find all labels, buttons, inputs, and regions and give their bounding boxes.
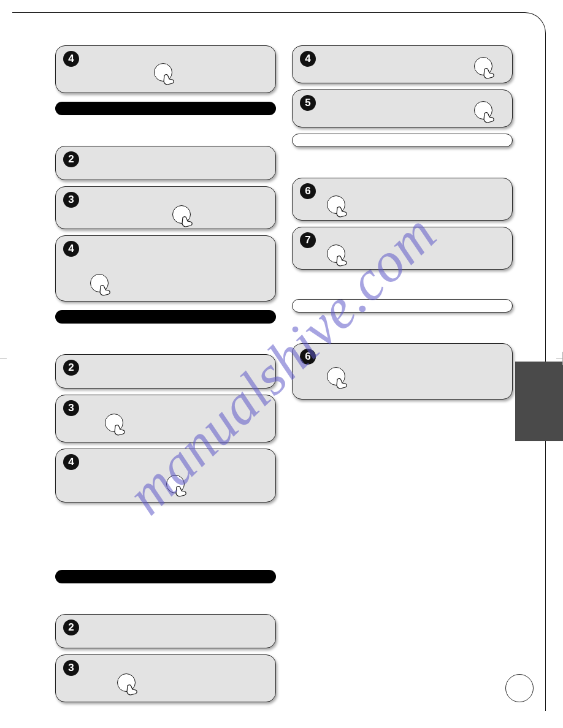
section-heading-bar bbox=[55, 102, 276, 115]
spacer bbox=[55, 509, 276, 567]
step-box: 4 bbox=[292, 45, 513, 83]
crop-mark-right bbox=[556, 352, 563, 365]
press-button-icon bbox=[327, 195, 345, 214]
press-button-icon bbox=[172, 205, 191, 224]
step-number-badge: 4 bbox=[63, 454, 79, 470]
spacer bbox=[292, 154, 513, 178]
content: 4 23 4 23 4 23 4 5 6 7 6 bbox=[55, 45, 521, 708]
step-number-badge: 3 bbox=[63, 400, 79, 416]
press-button-icon bbox=[474, 57, 492, 75]
step-box: 2 bbox=[55, 354, 276, 389]
step-number-badge: 2 bbox=[63, 360, 79, 376]
step-number-badge: 4 bbox=[300, 51, 316, 67]
step-number-badge: 5 bbox=[300, 95, 316, 111]
step-box: 7 bbox=[292, 227, 513, 270]
section-note-bar bbox=[292, 134, 513, 147]
step-number-badge: 6 bbox=[300, 349, 316, 365]
step-number-badge: 2 bbox=[63, 151, 79, 167]
spacer bbox=[55, 591, 276, 614]
press-button-icon bbox=[474, 101, 492, 119]
step-number-badge: 6 bbox=[300, 183, 316, 199]
step-number-badge: 2 bbox=[63, 620, 79, 635]
step-box: 2 bbox=[55, 146, 276, 180]
side-tab bbox=[515, 362, 563, 441]
spacer bbox=[55, 123, 276, 146]
crop-mark-left bbox=[0, 352, 7, 365]
left-column: 4 23 4 23 4 23 bbox=[55, 45, 276, 708]
step-box: 6 bbox=[292, 178, 513, 221]
step-box: 4 bbox=[55, 449, 276, 502]
step-number-badge: 3 bbox=[63, 660, 79, 676]
press-button-icon bbox=[327, 367, 345, 385]
step-box: 5 bbox=[292, 89, 513, 127]
section-note-bar bbox=[292, 299, 513, 313]
step-box: 4 bbox=[55, 45, 276, 93]
step-box: 6 bbox=[292, 343, 513, 400]
spacer bbox=[292, 276, 513, 299]
section-heading-bar bbox=[55, 310, 276, 324]
step-number-badge: 7 bbox=[300, 232, 316, 248]
step-number-badge: 4 bbox=[63, 51, 79, 67]
right-column: 4 5 6 7 6 bbox=[292, 45, 513, 708]
press-button-icon bbox=[105, 414, 123, 432]
press-button-icon bbox=[154, 63, 172, 82]
step-box: 2 bbox=[55, 614, 276, 648]
step-box: 3 bbox=[55, 186, 276, 229]
spacer bbox=[55, 331, 276, 354]
press-button-icon bbox=[117, 673, 136, 692]
step-number-badge: 4 bbox=[63, 241, 79, 257]
step-box: 3 bbox=[55, 654, 276, 702]
step-box: 4 bbox=[55, 235, 276, 301]
spacer bbox=[292, 320, 513, 343]
press-button-icon bbox=[327, 245, 345, 263]
step-box: 3 bbox=[55, 395, 276, 442]
press-button-icon bbox=[166, 475, 185, 493]
step-number-badge: 3 bbox=[63, 192, 79, 208]
press-button-icon bbox=[90, 274, 109, 292]
section-heading-bar bbox=[55, 570, 276, 583]
